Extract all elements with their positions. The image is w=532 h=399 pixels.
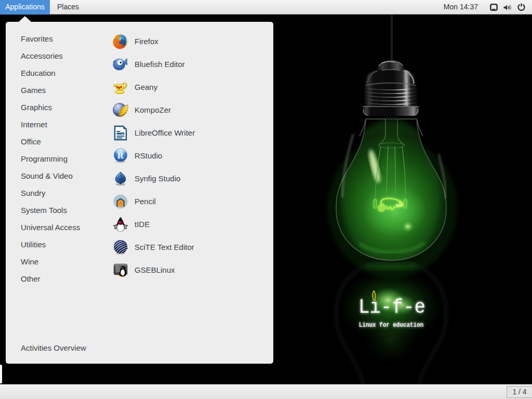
svg-text:R: R: [117, 151, 124, 161]
svg-text:Linux for education: Linux for education: [359, 321, 423, 329]
svg-text:Lı-f-e: Lı-f-e: [358, 296, 425, 318]
